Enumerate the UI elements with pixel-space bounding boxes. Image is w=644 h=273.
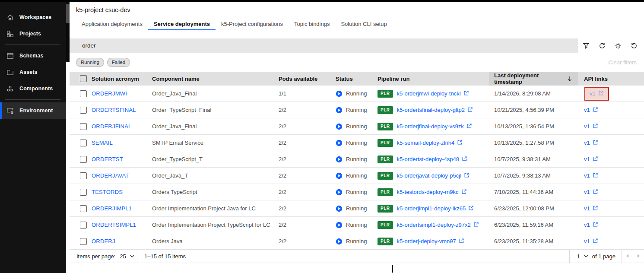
solution-acronym-link[interactable]: ORDERJIMPL1 xyxy=(92,205,132,212)
sidebar-scrollbar[interactable] xyxy=(66,2,70,62)
row-checkbox[interactable] xyxy=(80,205,87,212)
api-version-link[interactable]: v1 xyxy=(584,156,598,163)
launch-icon xyxy=(593,189,598,196)
pods-available: 2/2 xyxy=(279,189,336,195)
search-bar[interactable]: order xyxy=(70,38,578,53)
api-version-link[interactable]: v1 xyxy=(584,172,598,179)
filter-tags: Running Failed xyxy=(76,58,130,67)
filter-tag-failed[interactable]: Failed xyxy=(107,58,130,67)
api-version-link[interactable]: v1 xyxy=(584,107,598,114)
solution-acronym-link[interactable]: ORDERJAVAT xyxy=(92,172,129,179)
caret-left-icon xyxy=(625,253,629,260)
schemas-icon xyxy=(6,52,14,60)
row-checkbox[interactable] xyxy=(80,238,87,245)
chevron-down-icon xyxy=(584,255,588,258)
tab-k5-project-configurations[interactable]: k5-Project configurations xyxy=(216,19,289,30)
solution-acronym-link[interactable]: ORDERJ xyxy=(92,238,115,244)
pipeline-run-link[interactable]: k5-ordertst-deploy-4sp48 xyxy=(397,156,468,163)
header-last-deployment-timestamp[interactable]: Last deployment timestamp xyxy=(489,72,578,86)
status-label: Running xyxy=(346,189,367,195)
next-page-button[interactable] xyxy=(633,250,644,263)
clear-search-button[interactable] xyxy=(562,38,578,53)
row-checkbox[interactable] xyxy=(80,172,87,179)
select-all-checkbox[interactable] xyxy=(80,75,87,82)
clear-filters-button[interactable]: Clear filters xyxy=(608,53,637,72)
sidebar-item-environment[interactable]: Environment xyxy=(0,102,66,119)
caret-left-icon xyxy=(625,254,629,258)
sidebar-item-components[interactable]: Components xyxy=(0,80,66,97)
settings-button[interactable] xyxy=(610,38,626,53)
previous-page-button[interactable] xyxy=(622,250,633,263)
tab-service-deployments[interactable]: Service deployments xyxy=(148,19,216,30)
running-icon xyxy=(336,189,343,196)
running-icon xyxy=(336,123,343,130)
pipeline-run-link[interactable]: k5-semail-deploy-zlnh4 xyxy=(397,140,463,146)
renew-icon xyxy=(599,42,606,49)
api-version-link[interactable]: v1 xyxy=(584,205,598,212)
launch-icon xyxy=(461,189,467,196)
deployments-table: Solution acronym Component name Pods ava… xyxy=(70,72,644,250)
status-label: Running xyxy=(346,205,367,212)
tab-application-deployments[interactable]: Application deployments xyxy=(76,19,148,30)
pipeline-run-link[interactable]: k5-ordertsfinal-deploy-gltp2 xyxy=(397,107,473,114)
launch-icon xyxy=(463,90,469,97)
launch-icon xyxy=(462,156,467,163)
deployment-timestamp: 10/13/2025, 1:36:54 PM xyxy=(489,123,578,130)
row-checkbox[interactable] xyxy=(80,90,87,97)
running-status-icon xyxy=(336,140,343,146)
pipeline-run-link[interactable]: k5-orderjfinal-deploy-vs9zk xyxy=(397,123,472,130)
solution-acronym-link[interactable]: ORDERTST xyxy=(92,156,123,162)
tab-topic-bindings[interactable]: Topic bindings xyxy=(289,19,335,30)
row-checkbox[interactable] xyxy=(80,222,87,229)
api-version-link[interactable]: v1 xyxy=(584,189,598,196)
running-status-icon xyxy=(336,172,343,179)
api-link-cell: v1 xyxy=(584,107,598,114)
reset-icon xyxy=(631,42,638,49)
pipeline-run-link[interactable]: k5-testords-deploy-rn9kc xyxy=(397,189,467,196)
api-version-link[interactable]: v1 xyxy=(584,238,598,245)
row-checkbox[interactable] xyxy=(80,156,87,163)
sidebar-item-projects[interactable]: Projects xyxy=(0,25,66,42)
sidebar-item-schemas[interactable]: Schemas xyxy=(0,48,66,64)
api-version-link[interactable]: v1 xyxy=(584,140,598,146)
sidebar-item-assets[interactable]: Assets xyxy=(0,64,66,80)
running-icon xyxy=(336,107,343,114)
row-checkbox[interactable] xyxy=(80,140,87,146)
filter-button[interactable] xyxy=(578,38,594,53)
running-status-icon xyxy=(336,189,343,196)
component-name: Order_TypeScript_T xyxy=(152,156,279,162)
deployment-timestamp: 10/7/2025, 9:38:13 AM xyxy=(489,172,578,179)
api-version-link[interactable]: v1 xyxy=(584,222,598,229)
page-number-select[interactable]: 1 xyxy=(577,253,588,260)
pipeline-run-link[interactable]: k5-orderj-deploy-vmn97 xyxy=(397,238,464,245)
solution-acronym-link[interactable]: SEMAIL xyxy=(92,140,113,146)
sidebar-item-workspaces[interactable]: Workspaces xyxy=(0,9,66,25)
solution-acronym-link[interactable]: ORDERJFINAL xyxy=(92,123,132,130)
api-version-link[interactable]: v1 xyxy=(590,90,604,97)
table-body: ORDERJMWI Order_Java_Final 1/1 Running P… xyxy=(70,86,644,250)
header-solution-acronym: Solution acronym xyxy=(92,72,152,86)
pipeline-run-link[interactable]: k5-ordertsimpl1-deploy-z97x2 xyxy=(397,222,479,229)
filter-tag-running[interactable]: Running xyxy=(76,58,104,67)
solution-acronym-link[interactable]: TESTORDS xyxy=(92,189,123,195)
chevron-down-icon xyxy=(130,255,134,258)
items-per-page: Items per page: 25 xyxy=(70,250,137,263)
items-per-page-select[interactable]: 25 xyxy=(120,253,134,260)
row-checkbox[interactable] xyxy=(80,123,87,130)
renew-button[interactable] xyxy=(594,38,610,53)
search-input[interactable]: order xyxy=(82,42,557,49)
pipeline-run-badge: PLR xyxy=(378,188,393,196)
deployment-timestamp: 10/7/2025, 9:38:31 AM xyxy=(489,156,578,162)
pipeline-run-link[interactable]: k5-orderjmwi-deploy-tnckl xyxy=(397,90,469,97)
reset-button[interactable] xyxy=(626,38,642,53)
pipeline-run-link[interactable]: k5-orderjavat-deploy-p5cjl xyxy=(397,172,470,179)
tab-solution-cli-setup[interactable]: Solution CLI setup xyxy=(335,19,392,30)
api-version-link[interactable]: v1 xyxy=(584,123,598,130)
solution-acronym-link[interactable]: ORDERTSFINAL xyxy=(92,107,136,113)
row-checkbox[interactable] xyxy=(80,189,87,196)
row-checkbox[interactable] xyxy=(80,107,87,114)
sidebar-scrollbar-thumb[interactable] xyxy=(66,4,70,23)
pipeline-run-link[interactable]: k5-orderjimpl1-deploy-lkz65 xyxy=(397,205,474,212)
solution-acronym-link[interactable]: ORDERTSIMPL1 xyxy=(92,222,136,228)
solution-acronym-link[interactable]: ORDERJMWI xyxy=(92,90,127,97)
